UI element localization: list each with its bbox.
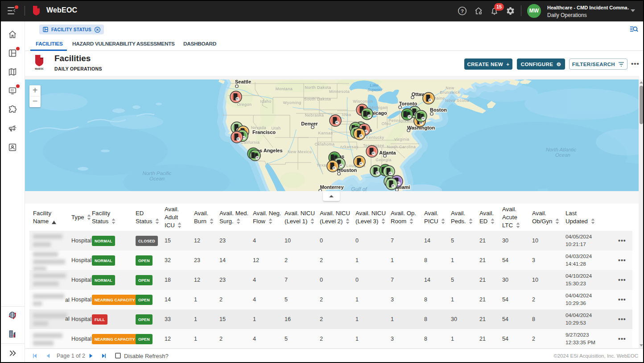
svg-text:Michigan: Michigan (370, 105, 388, 110)
svg-text:Denver: Denver (301, 121, 318, 126)
svg-text:North Pacific: North Pacific (142, 171, 171, 176)
svg-text:Kentucky: Kentucky (366, 135, 384, 140)
svg-text:Oklahoma: Oklahoma (314, 142, 334, 146)
svg-text:Ocean: Ocean (149, 176, 165, 181)
svg-text:H: H (333, 167, 335, 169)
svg-text:H: H (368, 115, 370, 117)
svg-text:Arkansas: Arkansas (340, 145, 359, 149)
svg-text:Nebraska: Nebraska (305, 113, 324, 117)
svg-text:Montana: Montana (276, 87, 293, 91)
svg-text:H: H (376, 171, 378, 174)
svg-text:New: New (446, 86, 454, 90)
svg-text:Superior: Superior (367, 88, 383, 92)
svg-text:Brunswick: Brunswick (440, 90, 460, 95)
svg-text:North Dakota: North Dakota (305, 85, 331, 90)
svg-text:Francisco: Francisco (252, 129, 276, 135)
svg-text:Toronto: Toronto (399, 101, 417, 106)
svg-text:H: H (392, 184, 394, 187)
svg-text:H: H (340, 164, 342, 167)
svg-text:H: H (409, 115, 410, 118)
svg-text:H: H (360, 162, 362, 165)
svg-text:Ocean: Ocean (555, 152, 570, 158)
svg-text:H: H (389, 172, 391, 175)
svg-text:?: ? (461, 8, 464, 14)
svg-text:Nova Scotia: Nova Scotia (445, 98, 469, 103)
svg-text:H: H (422, 117, 424, 120)
svg-text:Oregon: Oregon (237, 102, 252, 107)
svg-text:H: H (372, 152, 374, 154)
svg-text:H: H (429, 99, 431, 101)
svg-text:H: H (237, 138, 239, 140)
svg-text:Atlanta: Atlanta (379, 150, 396, 155)
svg-text:H: H (256, 156, 258, 159)
svg-text:Wisconsin: Wisconsin (353, 99, 373, 104)
svg-text:South Dakota: South Dakota (304, 97, 331, 101)
svg-text:Texas: Texas (317, 163, 328, 167)
svg-text:Georgia: Georgia (376, 158, 392, 162)
svg-text:Wyoming: Wyoming (283, 100, 301, 105)
svg-text:Seattle: Seattle (235, 79, 251, 84)
svg-text:New Mexico: New Mexico (288, 150, 312, 154)
svg-text:WebEOC: WebEOC (35, 68, 44, 70)
svg-text:H: H (236, 97, 238, 100)
svg-text:Iowa: Iowa (342, 113, 351, 117)
svg-text:Lake: Lake (370, 83, 379, 88)
svg-text:Virginia: Virginia (394, 137, 409, 142)
svg-text:Minnesota: Minnesota (329, 89, 350, 94)
svg-text:H: H (336, 121, 338, 124)
svg-text:Kansas: Kansas (318, 131, 333, 135)
svg-text:Boston: Boston (430, 107, 447, 113)
svg-text:North Carolina: North Carolina (387, 145, 416, 149)
svg-text:Monterrey: Monterrey (320, 184, 344, 190)
svg-text:Idaho: Idaho (260, 99, 271, 104)
svg-text:Gulf of: Gulf of (351, 186, 367, 191)
svg-text:North Atlantic: North Atlantic (546, 147, 577, 152)
svg-text:H: H (360, 134, 362, 137)
